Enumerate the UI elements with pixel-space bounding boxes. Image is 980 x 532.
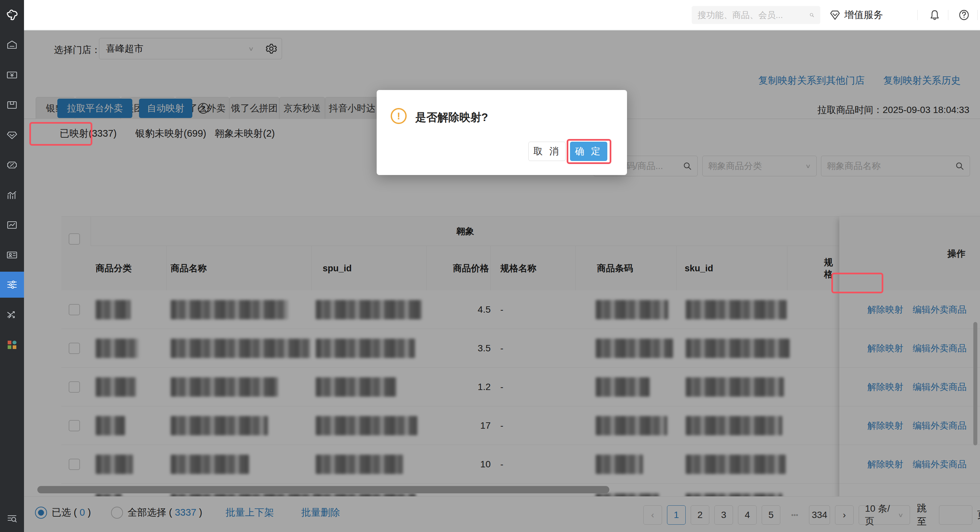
annotation-box-confirm-button [567,139,611,164]
bell-icon [929,9,941,21]
sidebar-item-members[interactable] [0,122,24,148]
sidebar-item-statistics[interactable] [0,182,24,208]
sidebar-item-mapping-active[interactable] [0,272,24,298]
sidebar-item-reports[interactable] [0,212,24,238]
value-added-services[interactable]: 增值服务 [829,0,883,30]
warning-icon: ! [391,108,407,124]
cancel-button[interactable]: 取 消 [528,142,566,161]
vas-label: 增值服务 [844,8,883,22]
annotation-box-mapped-tab [29,122,92,146]
sidebar-item-promotions[interactable] [0,152,24,178]
sidebar-item-search-menu[interactable] [0,505,24,531]
notifications-button[interactable] [924,0,945,30]
global-search[interactable] [692,6,820,24]
sidebar-item-cashier[interactable] [0,62,24,88]
app-logo[interactable] [0,0,24,30]
sidebar-item-staff[interactable] [0,242,24,268]
sidebar-item-home[interactable] [0,32,24,58]
dialog-title: 是否解除映射? [415,110,488,125]
sidebar-item-products[interactable] [0,92,24,118]
divider [948,10,948,20]
search-icon [809,10,815,20]
sidebar-item-channels[interactable] [0,302,24,328]
divider [977,10,978,20]
help-button[interactable] [953,0,975,30]
divider [917,10,918,20]
global-search-input[interactable] [698,10,809,20]
sidebar [0,0,24,532]
annotation-box-unmap-link [831,273,883,293]
help-icon [958,9,970,21]
topbar: 增值服务 [24,0,980,30]
vas-badge-icon [829,9,841,21]
sidebar-item-apps[interactable] [0,332,24,358]
